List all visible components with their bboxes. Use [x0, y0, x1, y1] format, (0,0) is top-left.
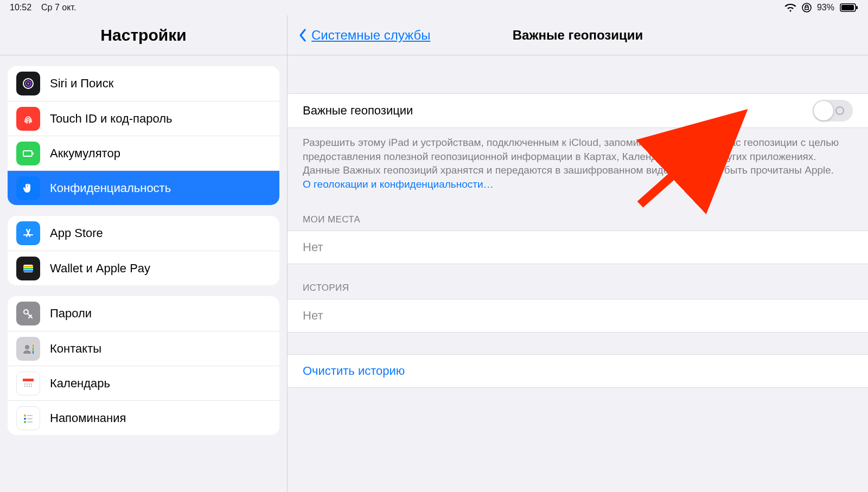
svg-point-19	[24, 384, 25, 385]
description-block: Разрешить этому iPad и устройствам, подк…	[288, 128, 868, 196]
sidebar-item-battery[interactable]: Аккумулятор	[8, 136, 279, 170]
calendar-icon	[16, 372, 40, 395]
sidebar-item-label: App Store	[50, 226, 103, 240]
svg-rect-2	[841, 5, 854, 10]
description-text: Разрешить этому iPad и устройствам, подк…	[303, 137, 839, 176]
chevron-left-icon	[297, 28, 308, 43]
sidebar-title: Настройки	[100, 26, 186, 44]
section-header-places: МОИ МЕСТА	[288, 196, 868, 231]
status-bar: 10:52 Ср 7 окт. 93%	[0, 0, 868, 15]
svg-point-23	[24, 386, 25, 387]
hand-icon	[16, 176, 40, 200]
status-battery-pct: 93%	[817, 3, 834, 12]
svg-rect-32	[27, 421, 33, 423]
significant-locations-row: Важные геопозиции	[288, 93, 868, 128]
sidebar-header: Настройки	[0, 15, 287, 55]
svg-rect-28	[27, 415, 33, 416]
wallet-icon	[16, 257, 40, 280]
sidebar-item-label: Siri и Поиск	[50, 76, 113, 91]
sidebar-item-label: Календарь	[50, 376, 110, 391]
sidebar-item-label: Аккумулятор	[50, 146, 120, 161]
svg-rect-17	[33, 351, 34, 354]
svg-point-22	[31, 384, 32, 385]
svg-point-21	[29, 384, 30, 385]
detail-header: Системные службы Важные геопозиции	[288, 15, 868, 55]
sidebar-item-reminders[interactable]: Напоминания	[8, 400, 279, 435]
svg-rect-30	[27, 418, 33, 419]
svg-point-20	[27, 384, 28, 385]
significant-locations-toggle[interactable]	[813, 100, 853, 122]
svg-point-31	[24, 421, 26, 423]
sidebar-item-label: Напоминания	[50, 411, 126, 425]
places-value: Нет	[303, 240, 323, 254]
wifi-icon	[784, 3, 796, 12]
status-time: 10:52	[10, 3, 31, 12]
svg-rect-11	[23, 268, 33, 270]
sidebar-item-contacts[interactable]: Контакты	[8, 331, 279, 366]
sidebar-item-passwords[interactable]: Пароли	[8, 296, 279, 331]
svg-point-6	[27, 82, 29, 85]
sidebar-item-siri[interactable]: Siri и Поиск	[8, 66, 279, 101]
svg-point-24	[27, 386, 28, 387]
siri-icon	[16, 72, 40, 95]
history-value-row: Нет	[288, 299, 868, 333]
orientation-lock-icon	[802, 3, 812, 12]
key-icon	[16, 302, 40, 325]
back-label: Системные службы	[311, 28, 430, 43]
battery-icon	[840, 3, 858, 12]
svg-rect-3	[856, 6, 858, 9]
sidebar-group: Siri и Поиск Touch ID и код-пароль Аккум…	[8, 66, 279, 205]
svg-point-27	[24, 414, 26, 417]
places-value-row: Нет	[288, 231, 868, 264]
toggle-label: Важные геопозиции	[303, 104, 413, 118]
svg-point-0	[802, 3, 811, 12]
svg-point-14	[25, 345, 29, 349]
sidebar-item-label: Пароли	[50, 306, 92, 321]
sidebar-item-label: Wallet и Apple Pay	[50, 261, 150, 276]
clear-history-label: Очистить историю	[303, 364, 405, 378]
sidebar-item-wallet[interactable]: Wallet и Apple Pay	[8, 251, 279, 285]
back-button[interactable]: Системные службы	[288, 28, 430, 43]
svg-rect-12	[23, 270, 33, 272]
about-location-privacy-link[interactable]: О геолокации и конфиденциальности…	[303, 178, 494, 190]
svg-rect-7	[23, 151, 32, 156]
section-header-history: ИСТОРИЯ	[288, 264, 868, 299]
sidebar-item-touchid[interactable]: Touch ID и код-пароль	[8, 101, 279, 136]
svg-rect-18	[23, 379, 34, 381]
status-date: Ср 7 окт.	[41, 3, 76, 12]
svg-point-26	[31, 386, 32, 387]
svg-point-29	[24, 418, 26, 420]
svg-rect-15	[33, 344, 34, 347]
settings-sidebar: Настройки Siri и Поиск Touch	[0, 15, 288, 492]
svg-rect-8	[33, 152, 34, 155]
reminders-icon	[16, 406, 40, 430]
sidebar-group: Пароли Контакты Календарь	[8, 296, 279, 435]
sidebar-item-label: Конфиденциальность	[50, 181, 171, 195]
sidebar-item-label: Контакты	[50, 342, 101, 356]
contacts-icon	[16, 337, 40, 361]
detail-pane: Системные службы Важные геопозиции Важны…	[288, 15, 868, 492]
sidebar-item-privacy[interactable]: Конфиденциальность	[8, 170, 279, 205]
svg-rect-10	[23, 266, 33, 267]
history-value: Нет	[303, 309, 323, 323]
sidebar-group: App Store Wallet и Apple Pay	[8, 216, 279, 285]
sidebar-item-label: Touch ID и код-пароль	[50, 112, 173, 126]
sidebar-item-appstore[interactable]: App Store	[8, 216, 279, 251]
svg-point-25	[29, 386, 30, 387]
svg-rect-16	[33, 348, 34, 350]
appstore-icon	[16, 221, 40, 245]
fingerprint-icon	[16, 107, 40, 131]
clear-history-button[interactable]: Очистить историю	[288, 354, 868, 388]
battery-icon	[16, 142, 40, 165]
sidebar-item-calendar[interactable]: Календарь	[8, 366, 279, 400]
